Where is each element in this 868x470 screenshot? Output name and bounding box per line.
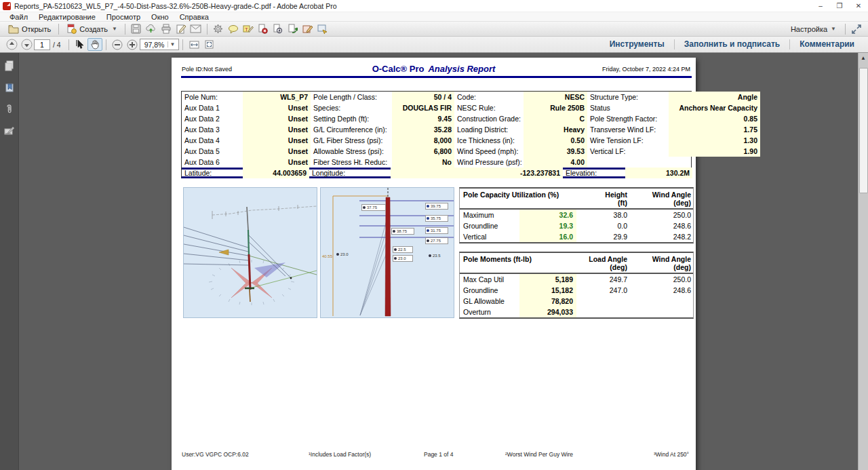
capacity-row: Maximum 32.6 38.0 250.0 — [460, 210, 693, 220]
export-page-button[interactable] — [285, 22, 300, 35]
task-panels: Инструменты Заполнить и подписать Коммен… — [600, 37, 864, 52]
arrow-down-circle-icon — [21, 39, 33, 50]
fit-page-button[interactable] — [201, 38, 216, 51]
page-gear-icon — [273, 24, 283, 34]
hand-tool-button[interactable] — [87, 38, 102, 51]
info-row: Aux Data 3Unset G/L Circumference (in):3… — [182, 124, 691, 135]
page-setup-button[interactable] — [211, 22, 226, 35]
footer-page-number: Page 1 of 4 — [424, 451, 453, 458]
menu-help[interactable]: Справка — [174, 12, 214, 22]
form-pencil-icon — [302, 24, 313, 34]
plus-circle-icon — [127, 39, 138, 50]
menu-window[interactable]: Окно — [146, 12, 174, 22]
bookmarks-button[interactable] — [3, 81, 16, 94]
pole-capacity-table: Pole Capacity Utilization (%) Height(ft)… — [459, 187, 694, 243]
page-canvas[interactable]: Pole ID:Not Saved O-Calc® ProAnalysis Re… — [19, 53, 868, 470]
toolbar-separator — [58, 24, 59, 35]
chevron-down-icon: ▼ — [112, 26, 117, 32]
document-workspace: Pole ID:Not Saved O-Calc® ProAnalysis Re… — [0, 53, 868, 470]
minimize-button[interactable]: – — [811, 0, 830, 12]
moments-col-load: Load Angle(deg) — [576, 255, 631, 271]
pole-3d-view — [183, 187, 317, 318]
footer-note1: ¹Includes Load Factor(s) — [309, 451, 371, 458]
restore-button[interactable]: ❐ — [830, 0, 849, 12]
fit-width-icon — [189, 40, 200, 50]
chevron-down-icon: ▼ — [167, 41, 176, 47]
optimize-page-button[interactable] — [271, 22, 285, 35]
page-total-label: / 4 — [53, 41, 61, 49]
menu-file[interactable]: Файл — [4, 12, 33, 22]
save-button[interactable] — [129, 22, 144, 35]
attachments-button[interactable] — [3, 103, 16, 115]
tools-panel-button[interactable]: Инструменты — [600, 37, 674, 52]
report-title-brand: O-Calc® Pro — [372, 64, 425, 74]
vertical-scrollbar[interactable]: ▲ — [858, 53, 868, 470]
highlight-text-button[interactable]: T — [241, 22, 256, 35]
email-button[interactable] — [189, 22, 203, 35]
pages-icon — [4, 60, 14, 71]
elevation-label: 37.75 — [361, 204, 386, 211]
toolbar-separator — [125, 24, 125, 35]
scrollbar-thumb[interactable] — [859, 68, 868, 193]
capacity-title: Pole Capacity Utilization (%) — [460, 191, 576, 207]
customize-toolbar-button[interactable]: Настройка ▼ — [785, 25, 842, 33]
menu-edit[interactable]: Редактирование — [33, 12, 101, 22]
highlight-icon: T — [243, 24, 254, 34]
latitude-value: 44.003659 — [243, 168, 309, 178]
speech-bubble-icon — [228, 24, 239, 34]
menu-view[interactable]: Просмотр — [101, 12, 146, 22]
zoom-level-select[interactable]: 97,8% ▼ — [140, 39, 180, 50]
create-button[interactable]: Создать ▼ — [62, 22, 121, 35]
elevation-label: 27.75 — [425, 237, 448, 244]
fit-width-button[interactable] — [186, 38, 201, 51]
bookmark-icon — [5, 83, 14, 93]
latitude-label: Latitude: — [182, 168, 243, 178]
zoom-out-button[interactable] — [110, 38, 125, 51]
edit-form-button[interactable] — [300, 22, 315, 35]
capacity-row: Groundline 19.3 0.0 248.6 — [460, 220, 693, 231]
window-title: Reports_PA-5210623_WL5_P7_-4-50-Dist-Pas… — [14, 2, 336, 10]
comment-button[interactable] — [226, 22, 241, 35]
create-pdf-icon — [66, 24, 77, 34]
sign-button[interactable] — [174, 22, 189, 35]
footer-user: User:VG VGPC OCP:6.02 — [182, 451, 249, 458]
pdf-page: Pole ID:Not Saved O-Calc® ProAnalysis Re… — [172, 58, 696, 470]
zoom-in-button[interactable] — [125, 38, 140, 51]
page-thumbnails-button[interactable] — [3, 60, 16, 72]
menu-bar: Файл Редактирование Просмотр Окно Справк… — [0, 12, 868, 22]
comments-panel-button[interactable]: Комментарии — [790, 37, 864, 52]
print-button[interactable] — [159, 22, 174, 35]
fill-sign-panel-button[interactable]: Заполнить и подписать — [675, 37, 789, 52]
previous-page-button[interactable] — [4, 38, 19, 51]
signatures-button[interactable] — [3, 125, 16, 137]
save-icon — [131, 24, 141, 34]
open-button[interactable]: Открыть — [4, 23, 55, 35]
elevation-label: 22.5 — [393, 246, 413, 253]
footer-note3: ³Wind At 250° — [654, 451, 689, 458]
next-page-button[interactable] — [19, 38, 34, 51]
svg-text:T: T — [245, 26, 248, 32]
elevation-dimension-label: 40.55 — [322, 254, 332, 258]
info-row: Aux Data 4Unset G/L Fiber Stress (psi):8… — [182, 135, 691, 146]
close-button[interactable]: ✕ — [849, 0, 868, 12]
elevation-value: 130.2M — [625, 168, 692, 178]
toolbar-separator — [182, 39, 183, 50]
hand-icon — [90, 39, 100, 50]
send-review-button[interactable] — [315, 22, 330, 35]
moments-col-wind: Wind Angle(deg) — [631, 255, 694, 271]
upload-cloud-button[interactable] — [144, 22, 159, 35]
elevation-label: 39.75 — [425, 203, 448, 210]
page-number-input[interactable] — [34, 39, 50, 50]
fullscreen-button[interactable] — [849, 22, 864, 35]
select-tool-button[interactable] — [73, 38, 87, 51]
pole-elevation-view: 40.55 37.75 39.75 35.75 31.75 27.75 38.7… — [320, 187, 454, 318]
printer-icon — [161, 24, 172, 34]
delete-pages-button[interactable] — [256, 22, 271, 35]
page-footer: User:VG VGPC OCP:6.02 ¹Includes Load Fac… — [172, 451, 696, 459]
longitude-label: Longitude: — [309, 168, 391, 178]
report-title-rest: Analysis Report — [428, 64, 495, 74]
moments-header: Pole Moments (ft-lb) Load Angle(deg) Win… — [460, 253, 693, 274]
cursor-icon — [75, 39, 84, 50]
scroll-up-icon[interactable]: ▲ — [859, 53, 868, 63]
elevation-label: 31.75 — [425, 227, 448, 234]
